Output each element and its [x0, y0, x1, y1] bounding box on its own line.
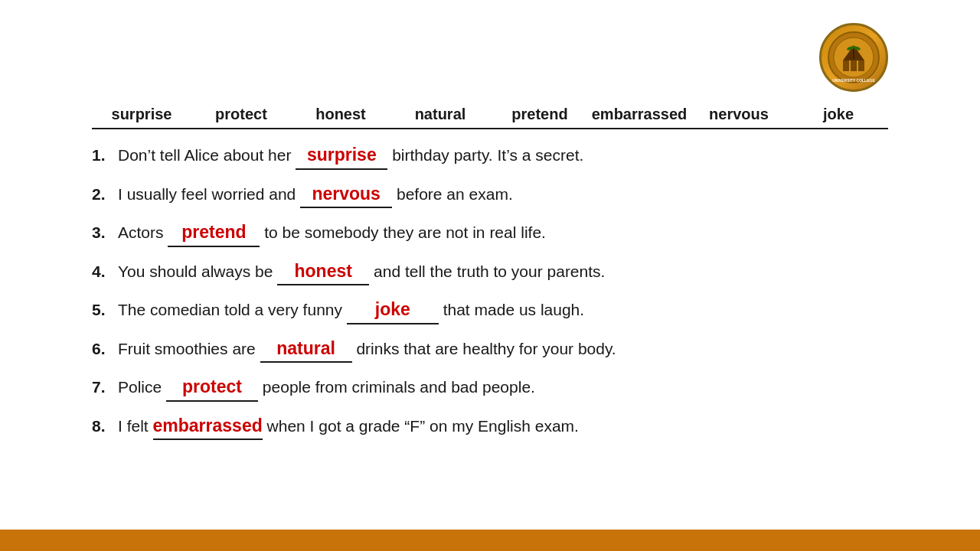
- sentence-text: I felt embarrassed when I got a grade “F…: [118, 412, 888, 441]
- sentence-item: 4.You should always be honest and tell t…: [92, 258, 888, 286]
- word-bank: surpriseprotecthonestnaturalpretendembar…: [92, 99, 888, 129]
- answer-blank: surprise: [296, 142, 387, 170]
- sentence-item: 5.The comedian told a very funny joke th…: [92, 296, 888, 324]
- sentence-item: 1.Don’t tell Alice about her surprise bi…: [92, 142, 888, 170]
- sentences-list: 1.Don’t tell Alice about her surprise bi…: [92, 142, 888, 440]
- answer-blank: honest: [277, 258, 369, 286]
- logo-inner: UNIVERSITY COLLEGE: [827, 31, 880, 84]
- svg-rect-2: [843, 60, 849, 71]
- sentence-number: 7.: [92, 375, 110, 399]
- answer-word: joke: [375, 299, 410, 319]
- sentence-text: Don’t tell Alice about her surprise birt…: [118, 142, 888, 170]
- answer-word: natural: [276, 338, 335, 358]
- sentence-number: 1.: [92, 143, 110, 168]
- answer-word: surprise: [307, 145, 377, 165]
- sentence-text: Police protect people from criminals and…: [118, 373, 888, 402]
- answer-blank: pretend: [168, 219, 260, 247]
- svg-text:UNIVERSITY COLLEGE: UNIVERSITY COLLEGE: [832, 78, 875, 83]
- word-bank-item: surprise: [92, 106, 191, 123]
- sentence-text: Actors pretend to be somebody they are n…: [118, 219, 888, 247]
- answer-blank: natural: [260, 335, 352, 364]
- answer-word: protect: [182, 377, 242, 396]
- answer-word: pretend: [181, 222, 246, 242]
- sentence-number: 6.: [92, 337, 110, 361]
- sentence-item: 8.I felt embarrassed when I got a grade …: [92, 412, 888, 441]
- answer-word: nervous: [312, 184, 380, 204]
- sentence-number: 3.: [92, 220, 110, 245]
- answer-word: honest: [295, 261, 352, 281]
- main-container: UNIVERSITY COLLEGE surpriseprotecthonest…: [0, 0, 980, 440]
- sentence-number: 4.: [92, 259, 110, 284]
- answer-blank: protect: [166, 373, 258, 402]
- header-row: UNIVERSITY COLLEGE: [92, 23, 888, 92]
- answer-blank: joke: [347, 296, 439, 324]
- sentence-number: 2.: [92, 182, 110, 207]
- word-bank-item: natural: [390, 106, 490, 123]
- word-bank-item: pretend: [490, 106, 590, 123]
- bottom-bar: [0, 530, 980, 551]
- sentence-item: 6.Fruit smoothies are natural drinks tha…: [92, 335, 888, 364]
- sentence-number: 8.: [92, 414, 110, 439]
- svg-rect-4: [858, 60, 864, 71]
- word-bank-item: honest: [291, 106, 390, 123]
- answer-word: embarrassed: [153, 416, 263, 435]
- sentence-item: 3.Actors pretend to be somebody they are…: [92, 219, 888, 247]
- sentence-item: 7.Police protect people from criminals a…: [92, 373, 888, 402]
- sentence-item: 2.I usually feel worried and nervous bef…: [92, 181, 888, 209]
- word-bank-item: protect: [191, 106, 291, 123]
- word-bank-item: joke: [789, 106, 888, 123]
- sentence-text: You should always be honest and tell the…: [118, 258, 888, 286]
- logo: UNIVERSITY COLLEGE: [819, 23, 888, 92]
- sentence-text: Fruit smoothies are natural drinks that …: [118, 335, 888, 364]
- answer-blank: nervous: [300, 181, 392, 209]
- sentence-text: The comedian told a very funny joke that…: [118, 296, 888, 324]
- word-bank-item: nervous: [689, 106, 789, 123]
- sentence-number: 5.: [92, 298, 110, 322]
- sentence-text: I usually feel worried and nervous befor…: [118, 181, 888, 209]
- answer-blank: embarrassed: [153, 412, 263, 441]
- word-bank-item: embarrassed: [590, 106, 689, 123]
